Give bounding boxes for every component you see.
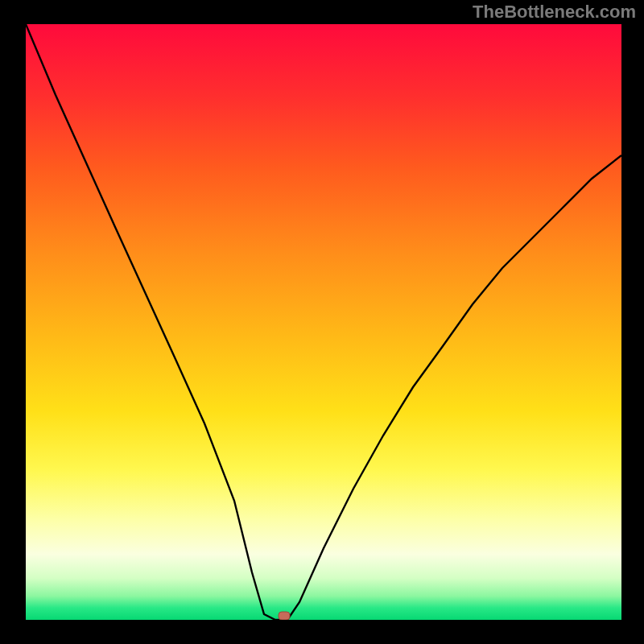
bottleneck-curve-path — [26, 24, 621, 620]
optimal-point-marker — [279, 612, 290, 620]
plot-gradient-area — [26, 24, 621, 620]
x-axis-line — [26, 620, 621, 621]
curve-svg — [26, 24, 621, 620]
watermark-text: TheBottleneck.com — [473, 2, 636, 23]
chart-frame: TheBottleneck.com — [0, 0, 644, 644]
